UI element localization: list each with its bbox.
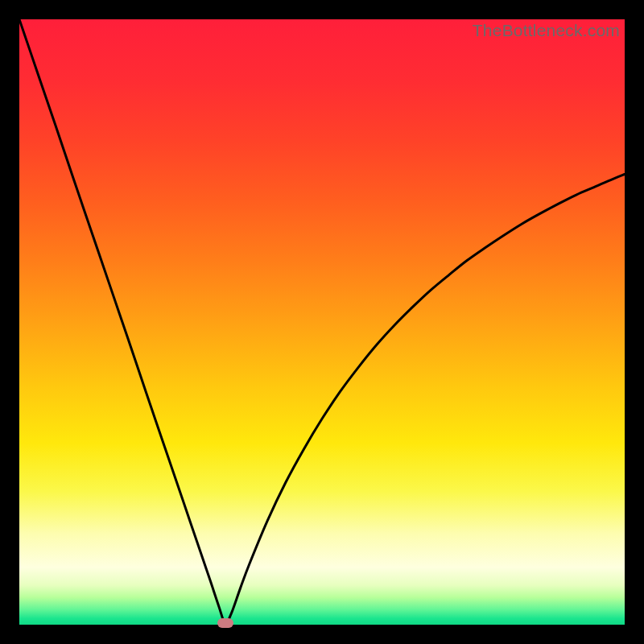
optimum-marker xyxy=(217,618,233,628)
chart-curve-layer xyxy=(19,19,625,625)
watermark-text: TheBottleneck.com xyxy=(473,21,620,40)
bottleneck-curve xyxy=(19,19,625,624)
chart-frame: TheBottleneck.com xyxy=(19,19,625,625)
